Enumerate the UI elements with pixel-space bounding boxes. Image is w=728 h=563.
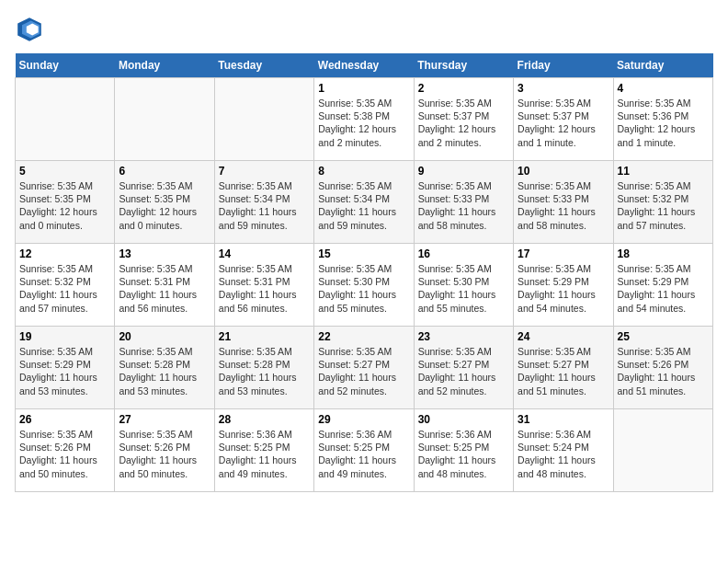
day-info: Sunrise: 5:35 AM Sunset: 5:35 PM Dayligh… [19,179,110,232]
calendar-cell: 19Sunrise: 5:35 AM Sunset: 5:29 PM Dayli… [16,327,115,409]
calendar-cell: 29Sunrise: 5:36 AM Sunset: 5:25 PM Dayli… [314,409,414,492]
day-header-thursday: Thursday [414,53,513,78]
calendar-week-4: 26Sunrise: 5:35 AM Sunset: 5:26 PM Dayli… [16,409,713,492]
day-number: 19 [19,330,110,343]
calendar-cell: 11Sunrise: 5:35 AM Sunset: 5:32 PM Dayli… [613,161,712,244]
day-number: 14 [219,247,310,260]
day-info: Sunrise: 5:35 AM Sunset: 5:34 PM Dayligh… [318,179,409,232]
day-number: 1 [318,82,409,95]
calendar-week-1: 5Sunrise: 5:35 AM Sunset: 5:35 PM Daylig… [16,161,713,244]
day-number: 2 [418,82,509,95]
day-number: 26 [19,413,110,426]
day-number: 23 [418,330,509,343]
day-info: Sunrise: 5:35 AM Sunset: 5:27 PM Dayligh… [318,345,409,397]
calendar-cell [613,409,712,492]
day-info: Sunrise: 5:35 AM Sunset: 5:28 PM Dayligh… [219,345,310,397]
calendar-cell: 27Sunrise: 5:35 AM Sunset: 5:26 PM Dayli… [115,409,214,492]
day-info: Sunrise: 5:35 AM Sunset: 5:29 PM Dayligh… [518,262,609,315]
day-number: 6 [119,165,210,178]
day-header-tuesday: Tuesday [214,53,313,78]
day-info: Sunrise: 5:35 AM Sunset: 5:37 PM Dayligh… [418,97,509,149]
day-number: 22 [318,330,409,343]
day-info: Sunrise: 5:35 AM Sunset: 5:28 PM Dayligh… [119,345,210,397]
day-info: Sunrise: 5:35 AM Sunset: 5:32 PM Dayligh… [19,262,110,315]
day-info: Sunrise: 5:35 AM Sunset: 5:35 PM Dayligh… [119,179,210,232]
day-info: Sunrise: 5:36 AM Sunset: 5:25 PM Dayligh… [318,428,409,480]
day-number: 8 [318,165,409,178]
calendar-cell: 2Sunrise: 5:35 AM Sunset: 5:37 PM Daylig… [414,78,513,161]
day-info: Sunrise: 5:35 AM Sunset: 5:30 PM Dayligh… [318,262,409,315]
day-info: Sunrise: 5:36 AM Sunset: 5:25 PM Dayligh… [418,428,509,480]
day-info: Sunrise: 5:35 AM Sunset: 5:26 PM Dayligh… [19,428,110,480]
calendar-cell: 23Sunrise: 5:35 AM Sunset: 5:27 PM Dayli… [414,327,513,409]
day-number: 11 [618,165,709,178]
calendar-cell: 25Sunrise: 5:35 AM Sunset: 5:26 PM Dayli… [613,327,712,409]
day-info: Sunrise: 5:35 AM Sunset: 5:29 PM Dayligh… [19,345,110,397]
day-header-monday: Monday [115,53,214,78]
calendar-cell [214,78,313,161]
calendar-cell: 30Sunrise: 5:36 AM Sunset: 5:25 PM Dayli… [414,409,513,492]
day-number: 5 [19,165,110,178]
day-number: 18 [618,247,709,260]
logo [15,15,48,44]
calendar-cell [16,78,115,161]
day-info: Sunrise: 5:35 AM Sunset: 5:33 PM Dayligh… [418,179,509,232]
day-info: Sunrise: 5:35 AM Sunset: 5:32 PM Dayligh… [618,179,709,232]
calendar-week-3: 19Sunrise: 5:35 AM Sunset: 5:29 PM Dayli… [16,327,713,409]
day-number: 12 [19,247,110,260]
day-info: Sunrise: 5:35 AM Sunset: 5:36 PM Dayligh… [618,97,709,149]
calendar-table: SundayMondayTuesdayWednesdayThursdayFrid… [15,53,713,492]
day-info: Sunrise: 5:35 AM Sunset: 5:31 PM Dayligh… [119,262,210,315]
calendar-cell: 6Sunrise: 5:35 AM Sunset: 5:35 PM Daylig… [115,161,214,244]
calendar-cell: 20Sunrise: 5:35 AM Sunset: 5:28 PM Dayli… [115,327,214,409]
day-info: Sunrise: 5:35 AM Sunset: 5:38 PM Dayligh… [318,97,409,149]
logo-icon [15,15,44,44]
day-number: 25 [618,330,709,343]
day-number: 30 [418,413,509,426]
calendar-cell: 26Sunrise: 5:35 AM Sunset: 5:26 PM Dayli… [16,409,115,492]
day-header-friday: Friday [514,53,613,78]
day-info: Sunrise: 5:36 AM Sunset: 5:25 PM Dayligh… [219,428,310,480]
calendar-cell: 12Sunrise: 5:35 AM Sunset: 5:32 PM Dayli… [16,244,115,327]
day-number: 28 [219,413,310,426]
day-info: Sunrise: 5:35 AM Sunset: 5:29 PM Dayligh… [618,262,709,315]
calendar-cell: 15Sunrise: 5:35 AM Sunset: 5:30 PM Dayli… [314,244,414,327]
day-number: 24 [518,330,609,343]
day-header-sunday: Sunday [16,53,115,78]
calendar-cell: 28Sunrise: 5:36 AM Sunset: 5:25 PM Dayli… [214,409,313,492]
day-number: 7 [219,165,310,178]
calendar-cell: 5Sunrise: 5:35 AM Sunset: 5:35 PM Daylig… [16,161,115,244]
day-info: Sunrise: 5:35 AM Sunset: 5:34 PM Dayligh… [219,179,310,232]
page-header [15,15,713,44]
day-number: 9 [418,165,509,178]
day-number: 16 [418,247,509,260]
day-info: Sunrise: 5:35 AM Sunset: 5:27 PM Dayligh… [418,345,509,397]
day-number: 21 [219,330,310,343]
calendar-cell: 7Sunrise: 5:35 AM Sunset: 5:34 PM Daylig… [214,161,313,244]
day-number: 20 [119,330,210,343]
day-number: 3 [518,82,609,95]
day-number: 29 [318,413,409,426]
calendar-cell: 4Sunrise: 5:35 AM Sunset: 5:36 PM Daylig… [613,78,712,161]
day-info: Sunrise: 5:35 AM Sunset: 5:27 PM Dayligh… [518,345,609,397]
calendar-cell: 17Sunrise: 5:35 AM Sunset: 5:29 PM Dayli… [514,244,613,327]
day-info: Sunrise: 5:35 AM Sunset: 5:37 PM Dayligh… [518,97,609,149]
day-number: 13 [119,247,210,260]
day-number: 10 [518,165,609,178]
calendar-cell: 8Sunrise: 5:35 AM Sunset: 5:34 PM Daylig… [314,161,414,244]
calendar-cell: 10Sunrise: 5:35 AM Sunset: 5:33 PM Dayli… [514,161,613,244]
calendar-week-2: 12Sunrise: 5:35 AM Sunset: 5:32 PM Dayli… [16,244,713,327]
calendar-cell: 3Sunrise: 5:35 AM Sunset: 5:37 PM Daylig… [514,78,613,161]
day-info: Sunrise: 5:35 AM Sunset: 5:31 PM Dayligh… [219,262,310,315]
day-number: 4 [618,82,709,95]
calendar-cell: 18Sunrise: 5:35 AM Sunset: 5:29 PM Dayli… [613,244,712,327]
calendar-cell: 1Sunrise: 5:35 AM Sunset: 5:38 PM Daylig… [314,78,414,161]
calendar-cell: 24Sunrise: 5:35 AM Sunset: 5:27 PM Dayli… [514,327,613,409]
day-info: Sunrise: 5:35 AM Sunset: 5:26 PM Dayligh… [119,428,210,480]
calendar-cell: 21Sunrise: 5:35 AM Sunset: 5:28 PM Dayli… [214,327,313,409]
calendar-cell: 16Sunrise: 5:35 AM Sunset: 5:30 PM Dayli… [414,244,513,327]
day-number: 31 [518,413,609,426]
calendar-cell [115,78,214,161]
day-header-saturday: Saturday [613,53,712,78]
calendar-cell: 22Sunrise: 5:35 AM Sunset: 5:27 PM Dayli… [314,327,414,409]
